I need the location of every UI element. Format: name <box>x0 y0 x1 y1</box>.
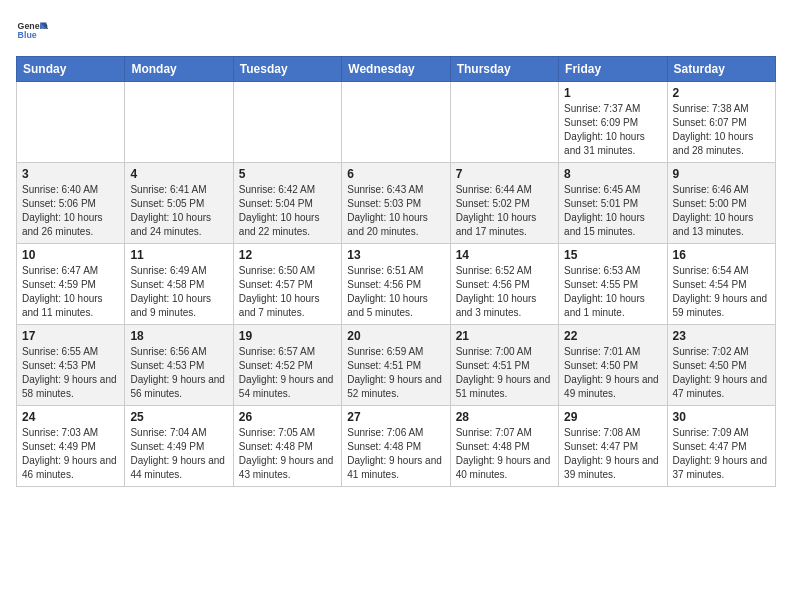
calendar-day-cell: 1Sunrise: 7:37 AM Sunset: 6:09 PM Daylig… <box>559 82 667 163</box>
day-info: Sunrise: 7:02 AM Sunset: 4:50 PM Dayligh… <box>673 345 770 401</box>
calendar-day-cell <box>17 82 125 163</box>
day-info: Sunrise: 7:06 AM Sunset: 4:48 PM Dayligh… <box>347 426 444 482</box>
day-of-week-header: Thursday <box>450 57 558 82</box>
day-number: 1 <box>564 86 661 100</box>
calendar-day-cell: 27Sunrise: 7:06 AM Sunset: 4:48 PM Dayli… <box>342 406 450 487</box>
day-number: 27 <box>347 410 444 424</box>
calendar-day-cell: 17Sunrise: 6:55 AM Sunset: 4:53 PM Dayli… <box>17 325 125 406</box>
calendar-day-cell: 20Sunrise: 6:59 AM Sunset: 4:51 PM Dayli… <box>342 325 450 406</box>
day-number: 29 <box>564 410 661 424</box>
calendar-day-cell: 8Sunrise: 6:45 AM Sunset: 5:01 PM Daylig… <box>559 163 667 244</box>
day-info: Sunrise: 7:04 AM Sunset: 4:49 PM Dayligh… <box>130 426 227 482</box>
day-info: Sunrise: 6:52 AM Sunset: 4:56 PM Dayligh… <box>456 264 553 320</box>
day-number: 12 <box>239 248 336 262</box>
day-of-week-header: Friday <box>559 57 667 82</box>
day-number: 20 <box>347 329 444 343</box>
calendar-day-cell <box>233 82 341 163</box>
calendar-day-cell: 19Sunrise: 6:57 AM Sunset: 4:52 PM Dayli… <box>233 325 341 406</box>
day-number: 16 <box>673 248 770 262</box>
day-info: Sunrise: 7:00 AM Sunset: 4:51 PM Dayligh… <box>456 345 553 401</box>
day-number: 9 <box>673 167 770 181</box>
day-number: 26 <box>239 410 336 424</box>
day-info: Sunrise: 7:38 AM Sunset: 6:07 PM Dayligh… <box>673 102 770 158</box>
day-of-week-header: Saturday <box>667 57 775 82</box>
day-number: 18 <box>130 329 227 343</box>
calendar-day-cell: 22Sunrise: 7:01 AM Sunset: 4:50 PM Dayli… <box>559 325 667 406</box>
calendar-table: SundayMondayTuesdayWednesdayThursdayFrid… <box>16 56 776 487</box>
day-info: Sunrise: 6:44 AM Sunset: 5:02 PM Dayligh… <box>456 183 553 239</box>
calendar-day-cell: 7Sunrise: 6:44 AM Sunset: 5:02 PM Daylig… <box>450 163 558 244</box>
day-info: Sunrise: 6:40 AM Sunset: 5:06 PM Dayligh… <box>22 183 119 239</box>
day-info: Sunrise: 6:46 AM Sunset: 5:00 PM Dayligh… <box>673 183 770 239</box>
day-number: 24 <box>22 410 119 424</box>
calendar-day-cell: 5Sunrise: 6:42 AM Sunset: 5:04 PM Daylig… <box>233 163 341 244</box>
day-info: Sunrise: 6:43 AM Sunset: 5:03 PM Dayligh… <box>347 183 444 239</box>
day-number: 4 <box>130 167 227 181</box>
header-section: General Blue <box>16 16 776 48</box>
logo: General Blue <box>16 16 48 48</box>
calendar-day-cell: 4Sunrise: 6:41 AM Sunset: 5:05 PM Daylig… <box>125 163 233 244</box>
day-info: Sunrise: 7:09 AM Sunset: 4:47 PM Dayligh… <box>673 426 770 482</box>
day-number: 25 <box>130 410 227 424</box>
day-info: Sunrise: 7:07 AM Sunset: 4:48 PM Dayligh… <box>456 426 553 482</box>
calendar-week-row: 1Sunrise: 7:37 AM Sunset: 6:09 PM Daylig… <box>17 82 776 163</box>
day-number: 15 <box>564 248 661 262</box>
calendar-day-cell: 18Sunrise: 6:56 AM Sunset: 4:53 PM Dayli… <box>125 325 233 406</box>
calendar-day-cell: 6Sunrise: 6:43 AM Sunset: 5:03 PM Daylig… <box>342 163 450 244</box>
calendar-day-cell: 14Sunrise: 6:52 AM Sunset: 4:56 PM Dayli… <box>450 244 558 325</box>
day-number: 30 <box>673 410 770 424</box>
calendar-day-cell: 26Sunrise: 7:05 AM Sunset: 4:48 PM Dayli… <box>233 406 341 487</box>
day-info: Sunrise: 6:54 AM Sunset: 4:54 PM Dayligh… <box>673 264 770 320</box>
calendar-day-cell: 24Sunrise: 7:03 AM Sunset: 4:49 PM Dayli… <box>17 406 125 487</box>
day-number: 23 <box>673 329 770 343</box>
calendar-day-cell: 11Sunrise: 6:49 AM Sunset: 4:58 PM Dayli… <box>125 244 233 325</box>
calendar-day-cell: 10Sunrise: 6:47 AM Sunset: 4:59 PM Dayli… <box>17 244 125 325</box>
day-number: 21 <box>456 329 553 343</box>
calendar-day-cell: 3Sunrise: 6:40 AM Sunset: 5:06 PM Daylig… <box>17 163 125 244</box>
day-of-week-header: Wednesday <box>342 57 450 82</box>
day-info: Sunrise: 6:49 AM Sunset: 4:58 PM Dayligh… <box>130 264 227 320</box>
day-number: 3 <box>22 167 119 181</box>
calendar-day-cell: 16Sunrise: 6:54 AM Sunset: 4:54 PM Dayli… <box>667 244 775 325</box>
day-info: Sunrise: 6:41 AM Sunset: 5:05 PM Dayligh… <box>130 183 227 239</box>
day-number: 28 <box>456 410 553 424</box>
calendar-day-cell: 28Sunrise: 7:07 AM Sunset: 4:48 PM Dayli… <box>450 406 558 487</box>
day-info: Sunrise: 6:45 AM Sunset: 5:01 PM Dayligh… <box>564 183 661 239</box>
calendar-day-cell <box>125 82 233 163</box>
day-info: Sunrise: 6:50 AM Sunset: 4:57 PM Dayligh… <box>239 264 336 320</box>
day-number: 6 <box>347 167 444 181</box>
day-of-week-header: Monday <box>125 57 233 82</box>
day-number: 13 <box>347 248 444 262</box>
logo-icon: General Blue <box>16 16 48 48</box>
day-info: Sunrise: 6:42 AM Sunset: 5:04 PM Dayligh… <box>239 183 336 239</box>
calendar-week-row: 3Sunrise: 6:40 AM Sunset: 5:06 PM Daylig… <box>17 163 776 244</box>
calendar-day-cell: 21Sunrise: 7:00 AM Sunset: 4:51 PM Dayli… <box>450 325 558 406</box>
day-info: Sunrise: 6:47 AM Sunset: 4:59 PM Dayligh… <box>22 264 119 320</box>
calendar-week-row: 10Sunrise: 6:47 AM Sunset: 4:59 PM Dayli… <box>17 244 776 325</box>
calendar-day-cell: 30Sunrise: 7:09 AM Sunset: 4:47 PM Dayli… <box>667 406 775 487</box>
calendar-header-row: SundayMondayTuesdayWednesdayThursdayFrid… <box>17 57 776 82</box>
calendar-day-cell: 9Sunrise: 6:46 AM Sunset: 5:00 PM Daylig… <box>667 163 775 244</box>
day-of-week-header: Tuesday <box>233 57 341 82</box>
day-number: 19 <box>239 329 336 343</box>
day-number: 22 <box>564 329 661 343</box>
day-number: 7 <box>456 167 553 181</box>
day-info: Sunrise: 7:37 AM Sunset: 6:09 PM Dayligh… <box>564 102 661 158</box>
day-number: 8 <box>564 167 661 181</box>
calendar-day-cell: 2Sunrise: 7:38 AM Sunset: 6:07 PM Daylig… <box>667 82 775 163</box>
day-number: 5 <box>239 167 336 181</box>
day-info: Sunrise: 7:01 AM Sunset: 4:50 PM Dayligh… <box>564 345 661 401</box>
svg-text:Blue: Blue <box>18 30 37 40</box>
calendar-day-cell: 12Sunrise: 6:50 AM Sunset: 4:57 PM Dayli… <box>233 244 341 325</box>
calendar-week-row: 24Sunrise: 7:03 AM Sunset: 4:49 PM Dayli… <box>17 406 776 487</box>
calendar-day-cell: 25Sunrise: 7:04 AM Sunset: 4:49 PM Dayli… <box>125 406 233 487</box>
calendar-week-row: 17Sunrise: 6:55 AM Sunset: 4:53 PM Dayli… <box>17 325 776 406</box>
day-info: Sunrise: 7:08 AM Sunset: 4:47 PM Dayligh… <box>564 426 661 482</box>
day-number: 11 <box>130 248 227 262</box>
day-number: 17 <box>22 329 119 343</box>
calendar-day-cell <box>450 82 558 163</box>
day-info: Sunrise: 6:55 AM Sunset: 4:53 PM Dayligh… <box>22 345 119 401</box>
day-info: Sunrise: 7:05 AM Sunset: 4:48 PM Dayligh… <box>239 426 336 482</box>
calendar-day-cell: 15Sunrise: 6:53 AM Sunset: 4:55 PM Dayli… <box>559 244 667 325</box>
day-info: Sunrise: 6:56 AM Sunset: 4:53 PM Dayligh… <box>130 345 227 401</box>
